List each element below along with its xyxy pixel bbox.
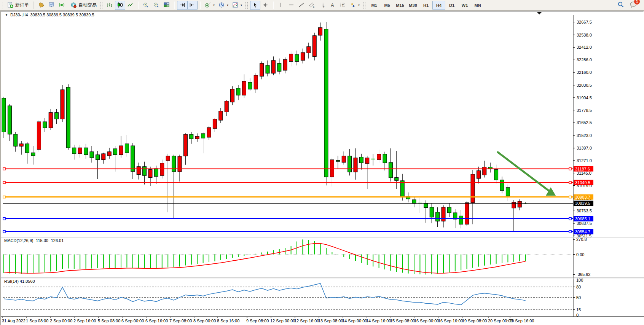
svg-text:A: A	[331, 2, 334, 8]
textA-icon: A	[329, 2, 336, 8]
tf-m30-button[interactable]: M30	[406, 1, 419, 10]
line-chart-button[interactable]	[125, 1, 135, 10]
svg-text:31904.5: 31904.5	[577, 96, 592, 100]
crosshair-icon	[262, 2, 269, 8]
zoomin-icon	[143, 2, 149, 8]
tf-d1-button[interactable]: D1	[445, 1, 458, 10]
autotrade-icon	[70, 2, 77, 8]
new-order-button[interactable]: 新订单	[5, 1, 31, 10]
toolbar-separator	[273, 2, 274, 9]
svg-text:32160.0: 32160.0	[577, 70, 592, 75]
svg-text:270.8: 270.8	[576, 237, 587, 242]
marketwatch-icon	[48, 2, 55, 8]
candlestick-chart-button[interactable]	[115, 1, 125, 10]
vline-icon	[278, 2, 284, 8]
main-toolbar: 新订单自动交易▾▾▾EFAT▾M1M5M15M30H1H4D1W1MN1	[0, 0, 644, 11]
tf-m15-button[interactable]: M15	[394, 1, 406, 10]
svg-text:31271.0: 31271.0	[577, 158, 592, 163]
chart-titlebar: ▼ DJ30-,H4 30839.5 30839.5 30839.5 30839…	[5, 13, 94, 17]
fibo-icon: F	[319, 2, 325, 8]
timeframe-label: H4	[436, 3, 442, 8]
bar-chart-button[interactable]	[105, 1, 115, 10]
candlestick-chart-canvas[interactable]: 32667.532538.032412.032286.032160.032030…	[1, 11, 644, 325]
toolbar-right: 1	[617, 1, 644, 9]
profiles-icon	[38, 2, 45, 8]
svg-text:100: 100	[576, 278, 583, 282]
text-button[interactable]: A	[327, 1, 338, 10]
toolbar-group	[35, 0, 68, 10]
svg-text:16 Sep 16:00: 16 Sep 16:00	[438, 319, 463, 323]
datawindow-icon	[59, 2, 65, 8]
tf-m1-button[interactable]: M1	[368, 1, 381, 10]
candles-icon	[117, 2, 123, 8]
chart-title-quotes: 30839.5 30839.5 30839.5 30839.5	[30, 13, 94, 17]
tf-w1-button[interactable]: W1	[458, 1, 471, 10]
zoomout-icon	[153, 2, 159, 8]
chart-window: ▼ DJ30-,H4 30839.5 30839.5 30839.5 30839…	[0, 11, 644, 325]
svg-text:30763.5: 30763.5	[577, 209, 592, 213]
tf-m5-button[interactable]: M5	[381, 1, 394, 10]
timeframe-label: MN	[475, 3, 481, 8]
svg-text:8 Sep 00:00: 8 Sep 00:00	[193, 319, 216, 323]
svg-text:E: E	[313, 6, 314, 8]
svg-text:2 Sep 16:00: 2 Sep 16:00	[73, 319, 96, 323]
templates-button[interactable]: ▾	[230, 1, 244, 10]
autotrading-button[interactable]: 自动交易	[69, 1, 99, 10]
periods-icon	[218, 2, 225, 8]
profiles-button[interactable]	[36, 1, 46, 10]
timeframe-label: D1	[449, 3, 454, 8]
market-watch-button[interactable]	[46, 1, 57, 10]
toolbar-separator	[138, 2, 139, 9]
svg-text:32286.0: 32286.0	[577, 57, 592, 62]
dropdown-caret-icon: ▾	[213, 3, 215, 7]
svg-text:31187.6: 31187.6	[575, 167, 590, 171]
search-button[interactable]	[617, 1, 624, 9]
shift-icon	[189, 2, 196, 8]
tile-windows-button[interactable]	[161, 1, 172, 10]
bars-icon	[107, 2, 113, 8]
svg-text:31 Aug 2022: 31 Aug 2022	[2, 319, 26, 323]
cursor-icon	[252, 2, 258, 8]
trendline-button[interactable]	[296, 1, 307, 10]
one-click-trading-toggle[interactable]: ▼	[5, 13, 8, 17]
vertical-line-button[interactable]	[276, 1, 286, 10]
cursor-button[interactable]	[250, 1, 260, 10]
toolbar-group: EFAT▾	[275, 0, 362, 10]
svg-text:31778.5: 31778.5	[577, 108, 592, 113]
toolbar-drag-handle	[363, 2, 365, 9]
toolbar-separator	[200, 2, 201, 9]
tf-h4-button[interactable]: H4	[432, 1, 445, 10]
crosshair-button[interactable]	[260, 1, 271, 10]
svg-text:31397.0: 31397.0	[577, 146, 592, 150]
chat-button[interactable]: 1	[630, 1, 637, 9]
tf-mn-button[interactable]: MN	[471, 1, 484, 10]
svg-text:30903.7: 30903.7	[575, 195, 590, 199]
periods-button[interactable]: ▾	[217, 1, 230, 10]
data-window-button[interactable]	[57, 1, 67, 10]
svg-text:32412.0: 32412.0	[577, 45, 592, 49]
horizontal-line-button[interactable]	[286, 1, 296, 10]
text-label-button[interactable]: T	[338, 1, 348, 10]
auto-scroll-button[interactable]	[177, 1, 187, 10]
svg-text:32030.5: 32030.5	[577, 83, 592, 88]
indicators-button[interactable]: ▾	[203, 1, 217, 10]
tf-h1-button[interactable]: H1	[419, 1, 432, 10]
toolbar-drag-handle	[245, 2, 248, 9]
arrows-button[interactable]: ▾	[348, 1, 362, 10]
svg-text:12 Sep 00:00: 12 Sep 00:00	[270, 319, 295, 323]
linechart-icon	[127, 2, 134, 8]
toolbar-drag-handle	[1, 2, 3, 9]
chart-shift-button[interactable]	[187, 1, 198, 10]
neworder-icon	[7, 2, 14, 8]
svg-text:T: T	[342, 3, 344, 7]
rsi-label: RSI(14) 41.0560	[4, 279, 35, 284]
svg-text:8 Sep 16:00: 8 Sep 16:00	[217, 319, 239, 323]
svg-text:6 Sep 00:00: 6 Sep 00:00	[121, 319, 144, 323]
toolbar-group: 新订单	[5, 0, 32, 10]
zoom-in-button[interactable]	[141, 1, 151, 10]
timeframe-label: M5	[384, 3, 390, 8]
svg-text:0.00: 0.00	[576, 252, 584, 257]
zoom-out-button[interactable]	[151, 1, 161, 10]
channel-button[interactable]: E	[307, 1, 317, 10]
fibonacci-button[interactable]: F	[317, 1, 327, 10]
